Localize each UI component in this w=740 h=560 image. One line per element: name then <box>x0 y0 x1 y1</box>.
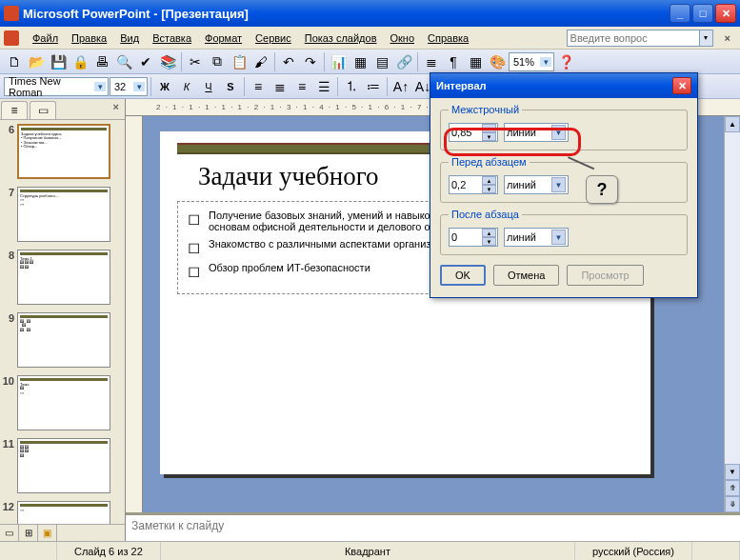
menu-format[interactable]: Формат <box>199 30 248 46</box>
bold-button[interactable]: Ж <box>154 76 175 97</box>
panel-close-button[interactable]: × <box>108 99 125 119</box>
menu-edit[interactable]: Правка <box>66 30 112 46</box>
redo-button[interactable]: ↷ <box>300 51 321 72</box>
align-left-button[interactable]: ≡ <box>248 76 269 97</box>
grid-button[interactable]: ▦ <box>465 51 486 72</box>
sorter-view-button[interactable]: ⊞ <box>19 525 38 541</box>
zoom-select[interactable]: 51% <box>509 52 554 71</box>
line-spacing-input[interactable] <box>450 127 482 138</box>
cancel-button[interactable]: Отмена <box>493 265 559 286</box>
scroll-down-button[interactable]: ▼ <box>725 464 740 480</box>
spin-up-icon[interactable]: ▲ <box>482 176 496 185</box>
dialog-titlebar[interactable]: Интервал ✕ <box>430 73 697 98</box>
thumbnail-slide[interactable]: 10Тема🖼▫▫▫ <box>2 375 123 430</box>
vertical-scrollbar[interactable]: ▲ ▼ ⤊ ⤋ <box>724 116 740 512</box>
cut-button[interactable]: ✂ <box>185 51 206 72</box>
menu-window[interactable]: Окно <box>385 30 421 46</box>
save-button[interactable]: 💾 <box>48 51 69 72</box>
spin-up-icon[interactable]: ▲ <box>482 229 496 237</box>
hyperlink-button[interactable]: 🔗 <box>393 51 414 72</box>
status-language[interactable]: русский (Россия) <box>575 542 692 560</box>
thumbnail-slide[interactable]: 8Тема 1.🖼 🖼 🖼🖼 🖼 <box>2 250 123 305</box>
status-bar: Слайд 6 из 22 Квадрант русский (Россия) <box>0 541 740 560</box>
after-paragraph-input[interactable] <box>450 231 482 243</box>
chart-button[interactable]: 📊 <box>328 51 349 72</box>
chevron-down-icon[interactable]: ▼ <box>551 230 566 245</box>
chevron-down-icon[interactable]: ▼ <box>551 125 566 140</box>
bullet-text[interactable]: Обзор проблем ИТ-безопасности <box>209 262 370 280</box>
increase-font-button[interactable]: A↑ <box>390 76 411 97</box>
thumbnail-slide[interactable]: 11🖼 🖼🖼 🖼🖼 <box>2 438 123 493</box>
spell-button[interactable]: ✔ <box>135 51 156 72</box>
spin-down-icon[interactable]: ▼ <box>482 237 496 246</box>
align-center-button[interactable]: ≣ <box>270 76 290 97</box>
show-formatting-button[interactable]: ¶ <box>443 51 464 72</box>
window-titlebar: Microsoft PowerPoint - [Презентация] _ □… <box>0 0 740 27</box>
expand-all-button[interactable]: ≣ <box>421 51 442 72</box>
app-icon <box>4 6 19 21</box>
permission-button[interactable]: 🔒 <box>70 51 90 72</box>
menu-service[interactable]: Сервис <box>250 30 297 46</box>
research-button[interactable]: 📚 <box>157 51 178 72</box>
minimize-button[interactable]: _ <box>670 4 690 23</box>
next-slide-button[interactable]: ⤋ <box>725 496 740 512</box>
table-button[interactable]: ▦ <box>350 51 370 72</box>
italic-button[interactable]: К <box>176 76 197 97</box>
help-search-dropdown[interactable]: ▾ <box>700 30 713 47</box>
copy-button[interactable]: ⧉ <box>207 51 228 72</box>
preview-button[interactable]: Просмотр <box>567 265 643 286</box>
help-button[interactable]: ❓ <box>555 51 576 72</box>
after-paragraph-unit-select[interactable]: линий▼ <box>504 228 569 247</box>
menu-insert[interactable]: Вставка <box>147 30 197 46</box>
underline-button[interactable]: Ч <box>198 76 219 97</box>
paste-button[interactable]: 📋 <box>229 51 250 72</box>
thumbnail-slide[interactable]: 7Структура учебного...▫▫▫▫▫▫ <box>2 187 123 242</box>
before-paragraph-spinner[interactable]: ▲▼ <box>449 175 498 194</box>
scroll-up-button[interactable]: ▲ <box>725 116 740 132</box>
font-name-select[interactable]: Times New Roman <box>4 77 109 96</box>
undo-button[interactable]: ↶ <box>278 51 299 72</box>
before-paragraph-label: Перед абзацем <box>449 156 530 168</box>
slides-tab[interactable]: ▭ <box>30 101 56 119</box>
spin-down-icon[interactable]: ▼ <box>482 132 496 141</box>
bulleted-list-button[interactable]: ≔ <box>363 76 384 97</box>
thumbnail-slide[interactable]: 9🖼 🖼 🖼🖼 🖼 <box>2 312 123 368</box>
menu-view[interactable]: Вид <box>114 30 145 46</box>
outline-tab[interactable]: ≡ <box>1 101 28 119</box>
menu-slideshow[interactable]: Показ слайдов <box>299 30 383 46</box>
status-slide: Слайд 6 из 22 <box>57 542 161 560</box>
spin-up-icon[interactable]: ▲ <box>482 124 496 132</box>
help-search-input[interactable] <box>567 30 700 47</box>
menu-help[interactable]: Справка <box>422 30 474 46</box>
prev-slide-button[interactable]: ⤊ <box>725 480 740 496</box>
ok-button[interactable]: OK <box>440 265 486 286</box>
notes-pane[interactable]: Заметки к слайду <box>126 512 740 541</box>
menu-file[interactable]: Файл <box>27 30 64 46</box>
slideshow-view-button[interactable]: ▣ <box>38 525 57 541</box>
new-doc-button[interactable]: 🗋 <box>4 51 25 72</box>
vertical-ruler <box>126 116 143 512</box>
thumbnail-slide[interactable]: 12▫▫▫ <box>2 501 123 524</box>
spin-down-icon[interactable]: ▼ <box>482 185 496 193</box>
close-button[interactable]: ✕ <box>715 4 736 23</box>
line-spacing-unit-select[interactable]: линий▼ <box>504 123 569 142</box>
color-button[interactable]: 🎨 <box>487 51 508 72</box>
format-painter-button[interactable]: 🖌 <box>250 51 271 72</box>
doc-close-button[interactable]: × <box>719 30 736 46</box>
numbered-list-button[interactable]: ⒈ <box>341 76 362 97</box>
normal-view-button[interactable]: ▭ <box>0 525 19 541</box>
line-spacing-spinner[interactable]: ▲▼ <box>449 123 498 142</box>
print-preview-button[interactable]: 🔍 <box>113 51 134 72</box>
maximize-button[interactable]: □ <box>692 4 713 23</box>
open-button[interactable]: 📂 <box>26 51 47 72</box>
dialog-close-button[interactable]: ✕ <box>672 77 691 94</box>
font-size-select[interactable]: 32 <box>110 77 148 96</box>
shadow-button[interactable]: S <box>220 76 241 97</box>
thumbnail-slide[interactable]: 6Задачи учебного курса• Получение базовы… <box>2 124 123 179</box>
before-paragraph-input[interactable] <box>450 179 482 190</box>
print-button[interactable]: 🖶 <box>91 51 112 72</box>
tables-borders-button[interactable]: ▤ <box>371 51 392 72</box>
distribute-button[interactable]: ☰ <box>313 76 334 97</box>
after-paragraph-spinner[interactable]: ▲▼ <box>449 228 498 247</box>
align-right-button[interactable]: ≡ <box>291 76 312 97</box>
